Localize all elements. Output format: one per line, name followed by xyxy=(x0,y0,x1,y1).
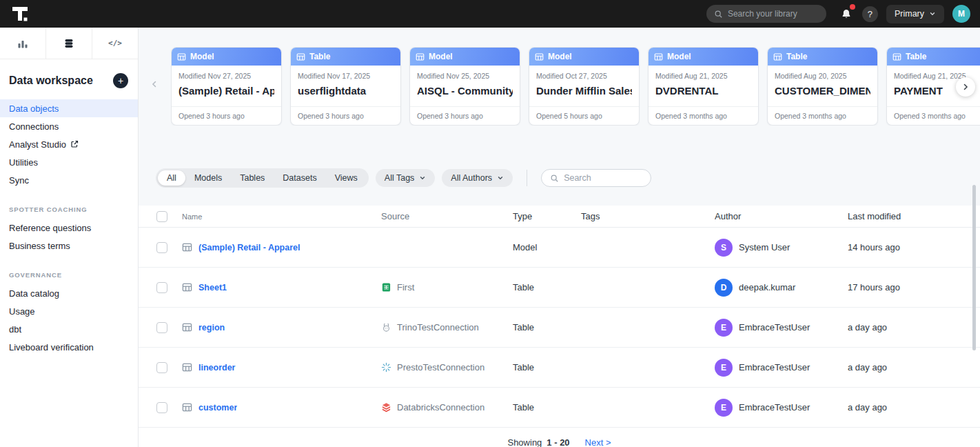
card-modified: Modified Oct 27, 2025 xyxy=(536,72,632,80)
recent-card[interactable]: Model Modified Nov 25, 2025 AISQL - Comm… xyxy=(409,47,520,126)
card-title: CUSTOMER_DIMENSION xyxy=(775,85,870,97)
filter-divider xyxy=(527,170,527,186)
type-filter-pills: All Models Tables Datasets Views xyxy=(156,168,369,188)
list-search-input[interactable] xyxy=(564,173,640,183)
recent-card[interactable]: Table Modified Aug 20, 2025 CUSTOMER_DIM… xyxy=(767,47,878,126)
column-tags: Tags xyxy=(581,211,715,221)
recent-card[interactable]: Model Modified Oct 27, 2025 Dunder Miffl… xyxy=(529,47,640,126)
row-source: DatabricksConnection xyxy=(381,402,513,413)
card-modified: Modified Nov 25, 2025 xyxy=(417,72,513,80)
card-title: userflightdata xyxy=(298,85,394,97)
authors-dropdown[interactable]: All Authors xyxy=(442,169,513,187)
table-header: Name Source Type Tags Author Last modifi… xyxy=(139,206,980,228)
card-body: Modified Nov 27, 2025 (Sample) Retail - … xyxy=(172,66,281,106)
column-source: Source xyxy=(381,211,513,221)
library-search[interactable] xyxy=(706,5,826,23)
org-selector[interactable]: Primary xyxy=(886,5,944,23)
pill-all[interactable]: All xyxy=(158,170,185,186)
sidebar-item-analyst-studio[interactable]: Analyst Studio xyxy=(0,135,138,153)
list-search[interactable] xyxy=(541,169,651,187)
card-type-label: Table xyxy=(309,52,330,61)
user-avatar[interactable]: M xyxy=(952,5,970,23)
sidebar-item-business-terms[interactable]: Business terms xyxy=(0,237,138,255)
sidebar-item-reference-questions[interactable]: Reference questions xyxy=(0,219,138,237)
row-name-link[interactable]: (Sample) Retail - Apparel xyxy=(198,243,300,252)
row-source-label: First xyxy=(397,282,414,292)
sidebar-item-label: Business terms xyxy=(9,241,70,251)
sidebar-item-connections[interactable]: Connections xyxy=(0,117,138,135)
row-author-name: EmbraceTestUser xyxy=(739,402,810,413)
author-avatar: S xyxy=(715,239,733,257)
card-modified: Modified Aug 20, 2025 xyxy=(775,72,870,80)
card-modified: Modified Nov 27, 2025 xyxy=(178,72,274,80)
workspace-header: Data workspace + xyxy=(0,59,138,99)
recent-card[interactable]: Table Modified Nov 17, 2025 userflightda… xyxy=(290,47,401,126)
chevron-down-icon xyxy=(929,10,936,17)
recent-card[interactable]: Model Modified Aug 21, 2025 DVDRENTAL Op… xyxy=(648,47,759,126)
sidebar-item-label: Reference questions xyxy=(9,223,91,233)
sidebar-item-usage[interactable]: Usage xyxy=(0,302,138,320)
sidebar-item-sync[interactable]: Sync xyxy=(0,171,138,189)
org-selector-label: Primary xyxy=(895,9,924,19)
row-checkbox[interactable] xyxy=(156,402,167,413)
sidebar-item-data-objects[interactable]: Data objects xyxy=(0,99,138,117)
sidebar-item-label: Liveboard verification xyxy=(9,342,94,352)
table-row: lineorder PrestoTestConnection Table E E… xyxy=(139,348,980,388)
row-name-link[interactable]: lineorder xyxy=(198,363,236,372)
carousel-right-chevron-icon[interactable] xyxy=(956,77,975,97)
carousel-left-chevron-icon[interactable] xyxy=(150,80,159,88)
card-body: Modified Nov 17, 2025 userflightdata xyxy=(291,66,400,106)
section-heading-governance: GOVERNANCE xyxy=(0,255,138,284)
column-last-modified: Last modified xyxy=(848,211,980,221)
sidebar-item-utilities[interactable]: Utilities xyxy=(0,153,138,171)
library-search-input[interactable] xyxy=(728,9,810,19)
row-checkbox[interactable] xyxy=(156,242,167,253)
pill-views[interactable]: Views xyxy=(326,170,367,186)
row-name-link[interactable]: Sheet1 xyxy=(198,283,227,292)
main-content: Model Modified Nov 27, 2025 (Sample) Ret… xyxy=(139,28,980,447)
sidebar-item-data-catalog[interactable]: Data catalog xyxy=(0,284,138,302)
next-page-link[interactable]: Next > xyxy=(585,437,611,447)
card-opened: Opened 3 hours ago xyxy=(410,106,520,125)
sidebar-item-dbt[interactable]: dbt xyxy=(0,320,138,338)
row-name-link[interactable]: region xyxy=(198,323,225,332)
tags-dropdown[interactable]: All Tags xyxy=(376,169,436,187)
data-objects-table: Name Source Type Tags Author Last modifi… xyxy=(139,206,980,447)
table-grid-icon xyxy=(654,52,663,61)
sidebar-item-label: Usage xyxy=(9,306,35,317)
pill-tables[interactable]: Tables xyxy=(231,170,274,186)
tab-developer[interactable]: </> xyxy=(92,28,138,59)
row-checkbox[interactable] xyxy=(156,322,167,333)
table-icon xyxy=(182,282,192,292)
row-source: TrinoTestConnection xyxy=(381,322,513,332)
thoughtspot-logo[interactable] xyxy=(10,4,30,23)
row-last-modified: a day ago xyxy=(848,362,980,372)
vertical-scrollbar[interactable] xyxy=(972,185,976,350)
card-body: Modified Aug 21, 2025 DVDRENTAL xyxy=(649,66,758,106)
recent-items-carousel: Model Modified Nov 27, 2025 (Sample) Ret… xyxy=(139,47,980,127)
row-name-link[interactable]: customer xyxy=(198,403,237,413)
sidebar-item-liveboard-verification[interactable]: Liveboard verification xyxy=(0,338,138,356)
chevron-down-icon xyxy=(419,175,426,181)
table-grid-icon xyxy=(892,52,901,61)
row-checkbox[interactable] xyxy=(156,362,167,373)
pill-models[interactable]: Models xyxy=(185,170,231,186)
card-type-label: Model xyxy=(190,52,214,61)
row-source: PrestoTestConnection xyxy=(381,362,513,372)
tab-data[interactable] xyxy=(46,28,92,59)
sidebar-tabs: </> xyxy=(0,28,138,59)
tab-insights[interactable] xyxy=(0,28,46,59)
card-type-label: Model xyxy=(548,52,572,61)
row-author-name: deepak.kumar xyxy=(739,282,795,292)
help-button[interactable]: ? xyxy=(862,6,878,22)
column-author: Author xyxy=(715,211,848,221)
select-all-checkbox[interactable] xyxy=(156,211,167,222)
add-button[interactable]: + xyxy=(113,73,128,88)
row-checkbox[interactable] xyxy=(156,282,167,293)
pill-datasets[interactable]: Datasets xyxy=(274,170,325,186)
section-heading-spotter-coaching: SPOTTER COACHING xyxy=(0,189,138,219)
row-author-name: EmbraceTestUser xyxy=(739,362,810,372)
notifications-bell-icon[interactable] xyxy=(839,6,854,21)
recent-card[interactable]: Model Modified Nov 27, 2025 (Sample) Ret… xyxy=(171,47,282,126)
card-type-label: Table xyxy=(906,52,926,61)
